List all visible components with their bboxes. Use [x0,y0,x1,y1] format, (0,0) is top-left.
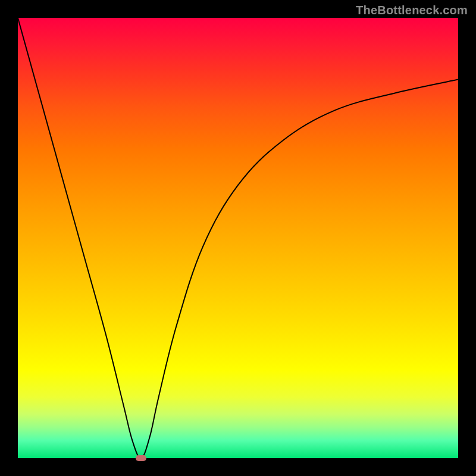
chart-frame: TheBottleneck.com [0,0,476,476]
bottleneck-curve [18,18,458,458]
watermark-text: TheBottleneck.com [356,4,468,17]
curve-svg [18,18,458,458]
minimum-marker [136,455,146,461]
plot-area [18,18,458,458]
